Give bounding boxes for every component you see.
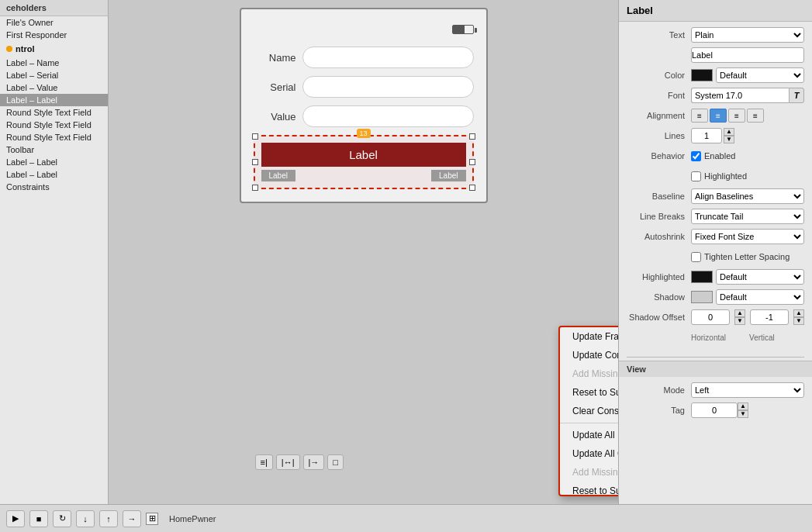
align-left-btn[interactable]: ≡ <box>691 109 708 123</box>
handle-mr[interactable] <box>469 159 475 165</box>
shadow-offset-label: Shadow Offset <box>627 313 685 322</box>
canvas-tool-btn-3[interactable]: |→ <box>303 454 325 470</box>
sidebar-item-label-serial[interactable]: Label – Serial <box>0 69 108 81</box>
panel-control-highlighted-color: Default <box>691 269 804 285</box>
highlighted-color-select[interactable]: Default <box>716 269 804 285</box>
font-input[interactable] <box>691 88 789 103</box>
text-select[interactable]: Plain Attributed <box>691 27 804 43</box>
panel-control-font: T <box>691 88 804 103</box>
font-style-btn[interactable]: T <box>789 88 804 103</box>
baseline-label: Baseline <box>627 192 685 201</box>
canvas-tool-btn-1[interactable]: ≡| <box>255 454 273 470</box>
lines-input[interactable] <box>691 128 722 143</box>
sidebar-item-round-text-2[interactable]: Round Style Text Field <box>0 119 108 131</box>
autoshrink-select[interactable]: Fixed Font Size <box>691 229 804 244</box>
context-menu-item-reset-suggested[interactable]: Reset to Suggested Constraints ⌥⇧⌘= <box>560 383 618 402</box>
canvas-area: Name Serial Value 13 Label <box>109 0 618 504</box>
download-btn[interactable]: ↓ <box>76 510 95 527</box>
context-menu-item-clear-all-control[interactable]: Clear All Constraints in Control <box>560 500 618 504</box>
context-menu-item-clear-constraints[interactable]: Clear Constraints <box>560 402 618 420</box>
sidebar-item-files-owner[interactable]: File's Owner <box>0 16 108 29</box>
sidebar-item-label-label-2[interactable]: Label – Label <box>0 156 108 168</box>
form-input-name[interactable] <box>302 47 474 68</box>
selected-element-area[interactable]: 13 Label Label Label <box>254 135 474 189</box>
panel-control-text: Plain Attributed <box>691 27 804 43</box>
canvas-tool-btn-4[interactable]: □ <box>327 454 344 470</box>
sidebar-header: ceholders <box>0 0 108 16</box>
label-value-input[interactable] <box>691 47 804 63</box>
color-swatch[interactable] <box>691 69 713 81</box>
form-input-serial[interactable] <box>302 76 474 98</box>
mode-select[interactable]: Left <box>691 382 804 398</box>
sidebar-item-constraints[interactable]: Constraints <box>0 181 108 193</box>
form-input-value[interactable] <box>302 105 474 127</box>
align-justify-btn[interactable]: ≡ <box>747 109 764 123</box>
shadow-v-down[interactable]: ▼ <box>793 317 804 325</box>
sidebar-item-round-text-3[interactable]: Round Style Text Field <box>0 131 108 143</box>
handle-ml[interactable] <box>252 159 258 165</box>
panel-section-text: Text Plain Attributed Color <box>619 22 812 354</box>
shadow-v-input[interactable] <box>750 309 789 325</box>
autoshrink-label: Autoshrink <box>627 232 685 241</box>
arrow-btn[interactable]: → <box>123 510 141 527</box>
canvas-tool-btn-2[interactable]: |↔| <box>276 454 300 470</box>
sidebar-item-label-label-3[interactable]: Label – Label <box>0 168 108 181</box>
context-menu-item-reset-suggested-control[interactable]: Reset to Suggested Constraints in Contro… <box>560 482 618 500</box>
offset-row: ▲ ▼ ▲ ▼ <box>691 309 804 325</box>
stepper-up[interactable]: ▲ <box>724 128 734 136</box>
handle-tr[interactable] <box>469 133 475 140</box>
sidebar-item-round-text-1[interactable]: Round Style Text Field <box>0 106 108 119</box>
stop-btn[interactable]: ■ <box>29 510 48 527</box>
play-pause-btn[interactable]: ▶ <box>6 510 25 527</box>
highlighted-checkbox[interactable] <box>691 171 701 181</box>
sidebar-item-first-responder[interactable]: First Responder <box>0 29 108 41</box>
panel-row-tighten: Tighten Letter Spacing <box>627 248 804 265</box>
align-right-btn[interactable]: ≡ <box>728 109 745 123</box>
context-menu-item-update-all-frames[interactable]: Update All Frames in Control <box>560 426 618 444</box>
form-row-name: Name <box>254 47 474 68</box>
horizontal-label: Horizontal <box>691 333 726 342</box>
shadow-color-swatch[interactable] <box>691 291 713 303</box>
panel-row-alignment: Alignment ≡ ≡ ≡ ≡ <box>627 107 804 124</box>
context-menu-item-update-all-constraints[interactable]: Update All Constraints in Control <box>560 444 618 463</box>
align-group: ≡ ≡ ≡ ≡ <box>691 109 764 123</box>
sidebar-section-control: ntrol <box>0 41 108 57</box>
tag-down[interactable]: ▼ <box>738 410 748 418</box>
tag-input[interactable] <box>691 402 738 418</box>
align-center-btn[interactable]: ≡ <box>710 109 727 123</box>
text-label: Text <box>627 30 685 40</box>
tag-up[interactable]: ▲ <box>738 402 748 410</box>
sidebar-item-label-label[interactable]: Label – Label <box>0 94 108 106</box>
tighten-checkbox[interactable] <box>691 252 701 262</box>
handle-br[interactable] <box>469 185 475 191</box>
upload-btn[interactable]: ↑ <box>99 510 118 527</box>
shadow-h-down[interactable]: ▼ <box>734 317 745 325</box>
sidebar-item-toolbar[interactable]: Toolbar <box>0 143 108 156</box>
enabled-checkbox[interactable] <box>691 151 701 161</box>
refresh-btn[interactable]: ↻ <box>53 510 71 527</box>
panel-row-line-breaks: Line Breaks Truncate Tail <box>627 208 804 225</box>
small-icon-btn[interactable]: ⊞ <box>146 513 158 525</box>
shadow-color-select[interactable]: Default <box>716 289 804 305</box>
sidebar: ceholders File's Owner First Responder n… <box>0 0 109 504</box>
shadow-h-up[interactable]: ▲ <box>734 309 745 317</box>
handle-bl[interactable] <box>252 185 258 191</box>
shadow-v-up[interactable]: ▲ <box>793 309 804 317</box>
shadow-h-input[interactable] <box>691 309 730 325</box>
tighten-label: Tighten Letter Spacing <box>704 252 790 261</box>
sidebar-item-label-name[interactable]: Label – Name <box>0 57 108 69</box>
form-row-value: Value <box>254 105 474 127</box>
context-menu-item-update-frames[interactable]: Update Frames ⌥⌘= <box>560 327 618 346</box>
context-menu-item-update-constraints[interactable]: Update Constraints ⇧⌘= <box>560 346 618 364</box>
handle-tl[interactable] <box>252 133 258 140</box>
panel-row-shadow: Shadow Default <box>627 288 804 306</box>
stepper-down[interactable]: ▼ <box>724 136 734 143</box>
highlighted-color-swatch[interactable] <box>691 271 713 283</box>
line-breaks-label: Line Breaks <box>627 212 685 221</box>
line-breaks-select[interactable]: Truncate Tail <box>691 209 804 224</box>
color-select[interactable]: Default <box>716 67 804 83</box>
baseline-select[interactable]: Align Baselines <box>691 188 804 204</box>
tag-label: Tag <box>627 406 685 415</box>
sidebar-item-label-value[interactable]: Label – Value <box>0 81 108 94</box>
bottom-toolbar: ▶ ■ ↻ ↓ ↑ → ⊞ HomePwner <box>0 504 812 532</box>
